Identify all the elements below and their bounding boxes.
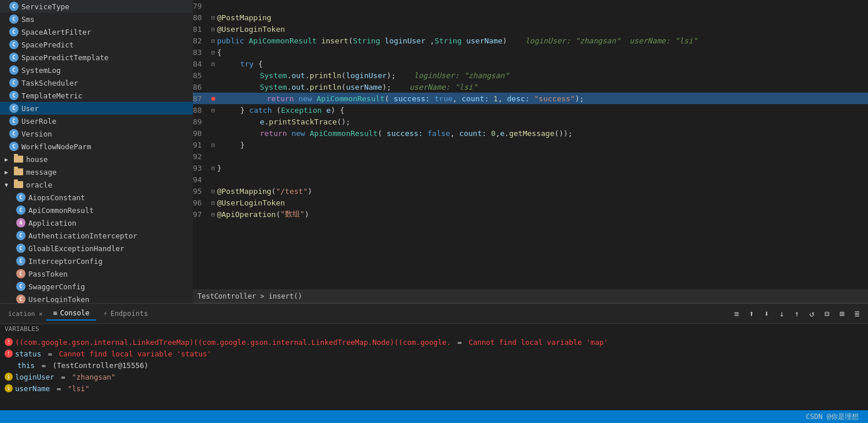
equals-sign: = bbox=[52, 384, 65, 393]
line-number: 95 bbox=[193, 185, 211, 197]
tab-label: Endpoints bbox=[111, 310, 148, 318]
tab-endpoints[interactable]: ⚡ Endpoints bbox=[96, 307, 155, 320]
line-number: 94 bbox=[193, 174, 211, 185]
class-icon: C bbox=[9, 78, 19, 87]
type-token: ApiCommonResult bbox=[310, 129, 378, 138]
var-name: this bbox=[17, 361, 35, 370]
string-token: "数组" bbox=[280, 209, 305, 219]
sidebar-item-workflownodeparm[interactable]: C WorkflowNodeParm bbox=[0, 140, 193, 153]
line-content: public ApiCommonResult insert ( String l… bbox=[217, 35, 868, 46]
sidebar-item-spacepredicttemplate[interactable]: C SpacePredictTemplate bbox=[0, 51, 193, 64]
sidebar-item-taskscheduler[interactable]: C TaskScheduler bbox=[0, 76, 193, 89]
param-token: e bbox=[260, 117, 265, 126]
sidebar-item-servicetype[interactable]: C ServiceType bbox=[0, 0, 193, 13]
code-line-96: 96 ⊟ @UserLoginToken bbox=[193, 197, 868, 208]
class-icon: C bbox=[9, 27, 19, 36]
sidebar-item-systemlog[interactable]: C SystemLog bbox=[0, 64, 193, 76]
toolbar-btn-table[interactable]: ⊞ bbox=[836, 307, 848, 320]
param-token: loginUser bbox=[346, 71, 386, 80]
folder-oracle[interactable]: ▼ oracle bbox=[0, 178, 193, 191]
sidebar-item-apicommonresult[interactable]: C ApiCommonResult bbox=[0, 204, 193, 216]
app-container: C ServiceType C Sms C SpaceAlertFilter C… bbox=[0, 0, 868, 423]
code-line-83: 83 ⊟ { bbox=[193, 46, 868, 58]
variables-title: Variables bbox=[0, 324, 868, 334]
line-content: { bbox=[217, 46, 868, 58]
sidebar-label: SpacePredict bbox=[21, 41, 74, 49]
code-line-88: 88 ⊟ } catch ( Exception e ) { bbox=[193, 104, 868, 116]
op-token: , bbox=[430, 36, 435, 45]
op-token: . bbox=[305, 71, 310, 80]
sidebar-item-userlogintoken[interactable]: C UserLoginToken bbox=[0, 293, 193, 303]
paren-token: ) bbox=[307, 187, 312, 196]
equals-sign: = bbox=[57, 373, 70, 381]
sidebar-item-userrole[interactable]: C UserRole bbox=[0, 115, 193, 127]
kw-token: false bbox=[427, 129, 450, 138]
toolbar-btn-lines[interactable]: ≡ bbox=[730, 307, 743, 320]
class-icon: C bbox=[9, 142, 19, 151]
sidebar-item-interceptorconfig[interactable]: C InterceptorConfig bbox=[0, 255, 193, 267]
var-value: Cannot find local variable 'map' bbox=[468, 338, 608, 347]
code-scroll-area[interactable]: 79 80 ⊟ @PostMapping 81 bbox=[193, 0, 868, 289]
folder-message[interactable]: ▶ message bbox=[0, 165, 193, 178]
sidebar-item-aiopsconstant[interactable]: C AiopsConstant bbox=[0, 191, 193, 204]
class-icon: C bbox=[9, 2, 19, 11]
folder-label: house bbox=[26, 155, 48, 164]
type-token: System bbox=[260, 83, 287, 91]
toolbar-btn-refresh[interactable]: ↺ bbox=[805, 307, 818, 320]
line-content: } catch ( Exception e ) { bbox=[217, 104, 868, 116]
panel-tab-ication[interactable]: ication × bbox=[5, 310, 46, 318]
keyword-token: return bbox=[267, 94, 299, 103]
string-token: "/test" bbox=[276, 187, 307, 196]
paren-token: ); bbox=[575, 94, 584, 103]
paren-token: ( bbox=[272, 187, 276, 196]
tab-console[interactable]: ≡ Console bbox=[46, 307, 97, 321]
sidebar-label: TaskScheduler bbox=[21, 79, 78, 87]
chevron-down-icon: ▼ bbox=[5, 182, 13, 188]
sidebar-item-user[interactable]: C User bbox=[0, 102, 193, 115]
code-line-85: 85 System . out . println ( loginUser ); bbox=[193, 69, 868, 81]
sidebar-item-sms[interactable]: C Sms bbox=[0, 13, 193, 25]
equals-sign: = bbox=[453, 338, 467, 347]
toolbar-btn-up2[interactable]: ⬆ bbox=[745, 307, 758, 320]
toolbar-btn-stop[interactable]: ⊟ bbox=[821, 307, 833, 320]
error-icon: ! bbox=[5, 350, 13, 358]
folder-icon bbox=[14, 181, 23, 188]
sidebar-item-spacealertfilter[interactable]: C SpaceAlertFilter bbox=[0, 25, 193, 38]
code-line-92: 92 bbox=[193, 150, 868, 162]
fold-icon: ⊟ bbox=[211, 61, 215, 67]
sidebar-item-authenticationinterceptor[interactable]: C AuthenticationInterceptor bbox=[0, 229, 193, 242]
sidebar-label: UserLoginToken bbox=[28, 295, 89, 304]
folder-house[interactable]: ▶ house bbox=[0, 153, 193, 165]
op-token: . bbox=[287, 71, 292, 80]
watermark-text: CSDN @你是理想 bbox=[806, 412, 859, 422]
class-icon: C bbox=[9, 91, 19, 100]
hint-param: count: bbox=[462, 94, 493, 103]
sidebar-label: SwaggerConfig bbox=[28, 282, 85, 291]
sidebar-item-application[interactable]: A Application bbox=[0, 216, 193, 229]
line-number: 84 bbox=[193, 58, 211, 69]
fold-icon: ⊟ bbox=[211, 200, 215, 206]
sidebar-item-swaggerconfig[interactable]: C SwaggerConfig bbox=[0, 280, 193, 293]
toolbar-btn-up[interactable]: ↑ bbox=[790, 307, 803, 320]
sidebar-item-gloablexceptionhandler[interactable]: C GloablExceptionHandler bbox=[0, 242, 193, 255]
toolbar-btn-list[interactable]: ≣ bbox=[851, 307, 863, 320]
sidebar-item-version[interactable]: C Version bbox=[0, 127, 193, 140]
param-token: e bbox=[500, 129, 505, 138]
sidebar-item-templatemetric[interactable]: C TemplateMetric bbox=[0, 89, 193, 102]
paren-token: ); bbox=[382, 83, 391, 91]
code-line-87: 87 ● return new ApiCommonResult ( succes… bbox=[193, 93, 868, 104]
hint-token: loginUser: "zhangsan" userName: "lsi" bbox=[507, 36, 698, 45]
error-marker-icon: ● bbox=[211, 94, 219, 102]
keyword-token: try bbox=[240, 60, 258, 68]
field-token: out bbox=[291, 71, 305, 80]
fold-icon: ⊟ bbox=[211, 211, 215, 218]
paren-token: ( bbox=[276, 106, 281, 115]
toolbar-btn-down[interactable]: ↓ bbox=[775, 307, 788, 320]
sidebar-item-passtoken[interactable]: C PassToken bbox=[0, 267, 193, 280]
paren-token: ) { bbox=[331, 106, 344, 115]
sidebar-item-spacepredict[interactable]: C SpacePredict bbox=[0, 38, 193, 51]
console-icon: ≡ bbox=[53, 309, 57, 317]
annotation-icon: A bbox=[16, 218, 25, 227]
toolbar-btn-download[interactable]: ⬇ bbox=[760, 307, 773, 320]
paren-token: ( bbox=[384, 94, 394, 103]
